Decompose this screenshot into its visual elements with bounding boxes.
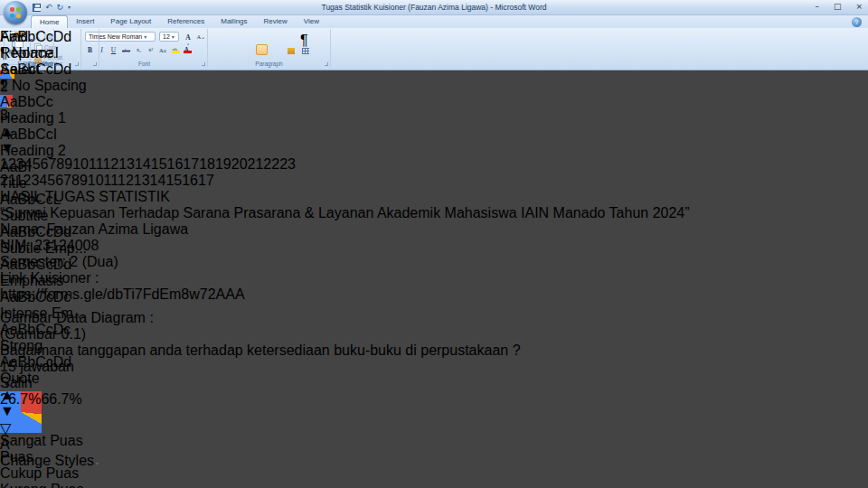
superscript-button[interactable]: x² — [146, 44, 156, 54]
align-right-icon — [244, 48, 251, 54]
highlight-button[interactable]: ab — [170, 44, 180, 54]
tab-page-layout[interactable]: Page Layout — [102, 15, 159, 28]
style-name: Subtitle — [0, 208, 99, 224]
increase-indent-button[interactable] — [270, 32, 282, 42]
tab-home[interactable]: Home — [31, 15, 68, 28]
ruler-number: 13 — [118, 156, 135, 172]
identity-fields: Nama: Fauzan Azima LigawaNIM: 23124008Se… — [0, 221, 868, 270]
help-icon[interactable]: ? — [852, 17, 862, 27]
horizontal-ruler: 211234567891011121314151617 — [0, 173, 868, 189]
redo-icon[interactable]: ↻ — [57, 2, 64, 13]
ruler-number: 19 — [215, 156, 231, 172]
tab-review[interactable]: Review — [256, 15, 296, 28]
ruler-number: 13 — [134, 173, 150, 188]
tab-mailings[interactable]: Mailings — [212, 15, 255, 28]
gallery-more-icon[interactable]: ▽ — [0, 419, 99, 436]
line-spacing-button[interactable] — [270, 44, 282, 55]
borders-button[interactable] — [299, 44, 311, 55]
legend-label: Kurang Puas — [0, 482, 84, 488]
change-case-button[interactable]: Aa — [157, 44, 168, 54]
link-heading: Link Kuisioner : — [0, 270, 868, 286]
maximize-button[interactable]: □ — [834, 2, 842, 11]
chart-body: 26.7%66.7%Sangat PuasPuasCukup PuasKuran… — [0, 391, 868, 488]
ruler-number: 14 — [150, 173, 166, 188]
gallery-up-icon[interactable]: ▲ — [0, 387, 99, 403]
ruler-number: 16 — [167, 156, 184, 172]
scroll-down-icon[interactable]: ▼ — [0, 140, 868, 156]
sort-icon — [288, 35, 295, 42]
tab-references[interactable]: References — [159, 15, 212, 28]
grow-font-button[interactable]: A´ — [183, 32, 193, 42]
borders-icon — [302, 48, 309, 54]
replace-button[interactable]: Replace — [0, 45, 53, 61]
align-center-button[interactable] — [227, 44, 239, 55]
page1-chart-container: (Gambar 0.1)Bagaimana tanggapan anda ter… — [0, 326, 868, 488]
legend-item: Cukup Puas — [0, 465, 868, 482]
copy-button[interactable]: Salin — [0, 375, 868, 391]
subscript-button[interactable]: x₂ — [134, 44, 144, 54]
style-name: Subtle Emp... — [0, 240, 99, 257]
legend-item: Kurang Puas — [0, 482, 868, 488]
thumbnail-wrap: 3 — [0, 95, 868, 124]
decrease-indent-button[interactable] — [256, 32, 268, 42]
strikethrough-button[interactable]: abc — [120, 44, 132, 54]
align-left-icon — [215, 48, 222, 54]
styles-dialog-launcher[interactable] — [93, 62, 97, 66]
paragraph-dialog-launcher[interactable] — [325, 62, 328, 66]
font-group-label: Font — [81, 61, 207, 67]
underline-button[interactable]: U — [108, 44, 118, 54]
style-preview: AaBbCcL — [0, 192, 99, 208]
page-thumbnail-3[interactable] — [0, 95, 868, 108]
shading-button[interactable] — [285, 44, 297, 55]
font-size-select[interactable]: 12▾ — [159, 32, 179, 42]
tab-insert[interactable]: Insert — [68, 15, 102, 28]
style-strong[interactable]: AaBbCcDcStrong — [0, 322, 99, 354]
style-emphasis[interactable]: AaBbCcDdEmphasis — [0, 257, 99, 289]
ruler-number: 23 — [279, 156, 296, 172]
align-left-button[interactable] — [212, 44, 224, 55]
style-intense-em-[interactable]: AaBbCcDcIntense Em... — [0, 289, 99, 322]
ruler-number: 18 — [199, 156, 215, 172]
gallery-down-icon[interactable]: ▼ — [0, 403, 99, 419]
multilevel-list-button[interactable] — [241, 32, 253, 42]
increase-indent-icon — [273, 35, 280, 42]
style-name: Intense Em... — [0, 305, 99, 322]
undo-icon[interactable]: ↶ — [45, 2, 52, 13]
font-dialog-launcher[interactable] — [202, 62, 205, 66]
shading-icon — [288, 48, 295, 54]
tab-view[interactable]: View — [296, 15, 327, 28]
style-preview: AaBbCcDc — [0, 289, 99, 305]
document-page-1[interactable]: HASIL TUGAS STATISTIK “Survei Kepuasan T… — [0, 189, 868, 488]
save-icon[interactable] — [33, 4, 41, 12]
close-button[interactable]: × — [855, 2, 863, 11]
ribbon-tab-row: HomeInsertPage LayoutReferencesMailingsR… — [0, 15, 868, 28]
font-color-button[interactable]: A — [182, 44, 192, 54]
change-styles-button[interactable]: A Change Styles▾ — [0, 436, 99, 469]
style-quote[interactable]: AaBbCcDdQuote — [0, 354, 99, 387]
style-name: ¶ No Spacing — [0, 78, 99, 94]
style-heading-2[interactable]: AaBbCcIHeading 2 — [0, 127, 99, 159]
legend-item: Sangat Puas — [0, 433, 868, 449]
scroll-up-icon[interactable]: ▲ — [0, 124, 868, 140]
office-button[interactable] — [4, 1, 27, 24]
bullets-button[interactable] — [212, 32, 224, 42]
doc-title: HASIL TUGAS STATISTIK — [0, 189, 868, 205]
word-window: ↶ ↻ ▾ Tugas Statistik Kuisioner (Fauzan … — [0, 0, 868, 488]
shrink-font-button[interactable]: A⌄ — [195, 32, 207, 42]
style-title[interactable]: AaBITitle — [0, 159, 99, 192]
style-heading-1[interactable]: AaBbCcHeading 1 — [0, 94, 99, 127]
sort-button[interactable] — [285, 32, 297, 42]
style-subtitle[interactable]: AaBbCcLSubtitle — [0, 192, 99, 224]
align-right-button[interactable] — [241, 44, 253, 55]
qat-dropdown-icon[interactable]: ▾ — [68, 2, 71, 13]
style-subtle-emp-[interactable]: AaBbCcDdSubtle Emp... — [0, 224, 99, 257]
decrease-indent-icon — [259, 35, 266, 42]
justify-button[interactable] — [256, 44, 268, 55]
ruler-number: 15 — [151, 156, 167, 172]
vertical-ruler: 1234567891011121314151617181920212223 — [0, 156, 868, 173]
find-button[interactable]: Find▾ — [0, 29, 53, 45]
ruler-number: 21 — [248, 156, 264, 172]
minimize-button[interactable]: – — [815, 2, 819, 11]
show-paragraph-marks-button[interactable]: ¶ — [299, 32, 311, 42]
numbering-button[interactable] — [227, 32, 239, 42]
